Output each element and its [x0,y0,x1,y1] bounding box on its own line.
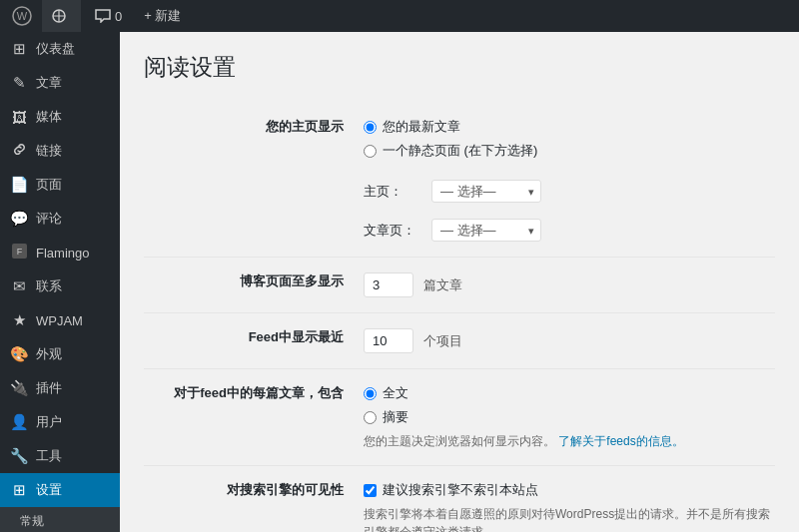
sidebar-item-label: 插件 [36,379,62,397]
homepage-select[interactable]: — 选择— [431,180,541,203]
search-visibility-label: 对搜索引擎的可见性 [144,466,364,533]
sidebar: ⊞ 仪表盘 ✎ 文章 🖼 媒体 链接 📄 页面 💬 评论 F [0,32,120,532]
sidebar-item-links[interactable]: 链接 [0,134,120,168]
blog-max-posts-input[interactable] [364,272,413,297]
sidebar-item-label: 用户 [36,413,62,431]
flamingo-icon: F [10,244,28,262]
homepage-display-label: 您的主页显示 [144,103,364,258]
homepage-radio-group: 您的最新文章 一个静态页面 (在下方选择) [364,118,775,160]
sidebar-item-label: 链接 [36,142,62,160]
sidebar-item-contact[interactable]: ✉ 联系 [0,269,120,303]
static-page-selects: 主页： — 选择— 文章页： [364,172,775,242]
page-title: 阅读设置 [144,52,775,83]
static-page-option: 一个静态页面 (在下方选择) [364,142,775,160]
comments-icon: 💬 [10,210,28,228]
sidebar-item-settings[interactable]: ⊞ 设置 [0,473,120,507]
sidebar-item-label: WPJAM [36,313,83,328]
sidebar-item-label: Flamingo [36,246,89,261]
sidebar-item-tools[interactable]: 🔧 工具 [0,439,120,473]
blog-max-posts-suffix: 篇文章 [423,277,462,292]
blog-max-posts-row: 博客页面至多显示 篇文章 [144,258,775,313]
sidebar-item-label: 文章 [36,74,62,92]
sidebar-item-label: 页面 [36,176,62,194]
homepage-display-options: 您的最新文章 一个静态页面 (在下方选择) 主页： [364,103,775,258]
admin-bar: W 0 + 新建 [0,0,799,32]
search-checkbox-label[interactable]: 建议搜索引擎不索引本站点 [383,481,538,499]
homepage-select-wrapper: — 选择— [431,180,541,203]
static-page-radio[interactable] [364,145,377,158]
links-icon [10,142,28,160]
summary-label[interactable]: 摘要 [383,408,408,426]
sidebar-item-comments[interactable]: 💬 评论 [0,202,120,236]
sidebar-item-label: 联系 [36,277,62,295]
new-content-label: + 新建 [144,7,181,25]
settings-table: 您的主页显示 您的最新文章 一个静态页面 (在下方选择) [144,103,775,532]
plugins-icon: 🔌 [10,379,28,397]
feed-help-text: 您的主题决定浏览器如何显示内容。 了解关于feeds的信息。 [364,432,775,450]
homepage-select-label: 主页： [364,183,423,201]
feed-content-row: 对于feed中的每篇文章，包含 全文 摘要 [144,369,775,466]
articles-page-select-row: 文章页： — 选择— [364,219,775,242]
posts-icon: ✎ [10,74,28,92]
search-visibility-checkbox[interactable] [364,484,377,497]
dashboard-icon: ⊞ [10,40,28,58]
pages-icon: 📄 [10,176,28,194]
feed-max-posts-suffix: 个项目 [423,333,462,348]
blog-max-posts-value: 篇文章 [364,258,775,313]
comments-widget[interactable]: 0 [87,0,130,32]
feeds-info-link[interactable]: 了解关于feeds的信息。 [558,434,683,448]
blog-max-posts-label: 博客页面至多显示 [144,258,364,313]
full-text-radio[interactable] [364,387,377,400]
feed-max-posts-row: Feed中显示最近 个项目 [144,313,775,369]
feed-max-posts-value: 个项目 [364,313,775,369]
summary-radio[interactable] [364,411,377,424]
svg-text:F: F [16,247,22,257]
main-layout: ⊞ 仪表盘 ✎ 文章 🖼 媒体 链接 📄 页面 💬 评论 F [0,32,799,532]
search-visibility-row: 对搜索引擎的可见性 建议搜索引擎不索引本站点 搜索引擎将本着自愿遵照的原则对待W… [144,466,775,533]
homepage-select-row: 主页： — 选择— [364,180,775,203]
sidebar-item-label: 仪表盘 [36,40,75,58]
latest-posts-radio[interactable] [364,121,377,134]
sidebar-item-plugins[interactable]: 🔌 插件 [0,371,120,405]
media-icon: 🖼 [10,109,28,126]
sidebar-item-dashboard[interactable]: ⊞ 仪表盘 [0,32,120,66]
feed-content-radio-group: 全文 摘要 [364,384,775,426]
sidebar-item-media[interactable]: 🖼 媒体 [0,100,120,134]
feed-content-options: 全文 摘要 您的主题决定浏览器如何显示内容。 了解关于feeds的信息。 [364,369,775,466]
sidebar-item-users[interactable]: 👤 用户 [0,405,120,439]
sidebar-submenu-general[interactable]: 常规 [0,507,120,532]
sidebar-item-label: 媒体 [36,108,62,126]
comments-count: 0 [115,9,122,24]
articles-page-select-label: 文章页： [364,222,423,240]
latest-posts-label[interactable]: 您的最新文章 [383,118,460,136]
general-label: 常规 [20,513,44,530]
appearance-icon: 🎨 [10,345,28,363]
articles-page-select-wrapper: — 选择— [431,219,541,242]
sidebar-item-posts[interactable]: ✎ 文章 [0,66,120,100]
search-checkbox-item: 建议搜索引擎不索引本站点 [364,481,775,499]
full-text-option: 全文 [364,384,775,402]
sidebar-item-pages[interactable]: 📄 页面 [0,168,120,202]
settings-icon: ⊞ [10,481,28,499]
feed-content-label: 对于feed中的每篇文章，包含 [144,369,364,466]
homepage-display-row: 您的主页显示 您的最新文章 一个静态页面 (在下方选择) [144,103,775,258]
wpjam-icon: ★ [10,311,28,329]
search-visibility-options: 建议搜索引擎不索引本站点 搜索引擎将本着自愿遵照的原则对待WordPress提出… [364,466,775,533]
site-name[interactable] [42,0,81,32]
articles-page-select[interactable]: — 选择— [431,219,541,242]
feed-max-posts-input[interactable] [364,328,413,353]
new-content-button[interactable]: + 新建 [136,0,189,32]
feed-max-posts-label: Feed中显示最近 [144,313,364,369]
sidebar-item-label: 评论 [36,210,62,228]
sidebar-item-appearance[interactable]: 🎨 外观 [0,337,120,371]
sidebar-item-flamingo[interactable]: F Flamingo [0,236,120,269]
sidebar-item-label: 外观 [36,345,62,363]
wp-logo: W [8,2,36,30]
contact-icon: ✉ [10,277,28,295]
sidebar-item-wpjam[interactable]: ★ WPJAM [0,303,120,337]
tools-icon: 🔧 [10,447,28,465]
static-page-label[interactable]: 一个静态页面 (在下方选择) [383,142,537,160]
sidebar-item-label: 设置 [36,481,62,499]
full-text-label[interactable]: 全文 [383,384,408,402]
svg-text:W: W [17,10,28,22]
